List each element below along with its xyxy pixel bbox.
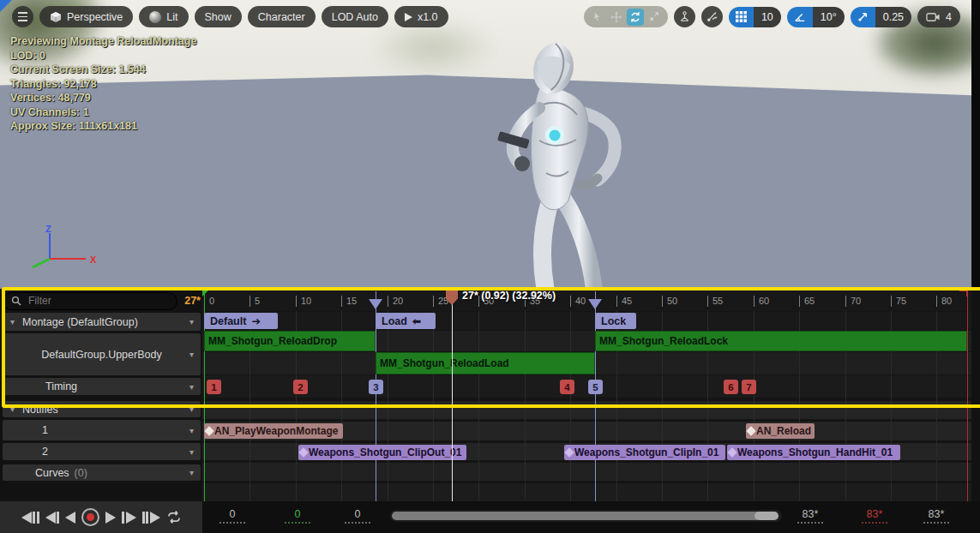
loop-toggle-button[interactable] [166,511,182,524]
timing-marker-number: 5 [592,382,598,392]
notify-an-reload[interactable]: AN_Reload [746,423,815,439]
notify-an-playweaponmontage[interactable]: AN_PlayWeaponMontage [204,423,343,439]
transform-tools-group [584,6,668,27]
grid-snap-value[interactable]: 10 [754,7,781,27]
rotate-tool-button[interactable] [627,9,644,26]
scrollbar-thumb[interactable] [392,512,761,520]
show-label: Show [205,11,231,23]
timeline-scrollbar[interactable] [390,510,782,522]
sidebar-row-notifies[interactable]: ▾ Notifies ▾ [3,401,201,417]
scale-snap-control: 0.25 [851,7,911,27]
expand-caret-icon[interactable]: ▾ [10,404,15,414]
range-end-spinbox[interactable]: 83* [923,508,949,524]
segment-reload-drop[interactable]: MM_Shotgun_ReloadDrop [204,331,376,351]
notify-clipout[interactable]: Weapons_Shotgun_ClipOut_01 [298,445,466,460]
camera-icon [926,12,941,22]
timeline-area[interactable]: 0 5 10 15 20 25 30 35 40 45 50 55 60 65 … [202,289,971,501]
step-backward-button[interactable] [45,512,60,524]
rotation-snap-value[interactable]: 10° [813,7,845,27]
section-handle[interactable] [369,299,382,309]
timing-marker-3[interactable]: 3 [369,380,383,394]
segment-reload-load[interactable]: MM_Shotgun_ReloadLoad [376,352,595,374]
current-end-spinbox[interactable]: 83* [862,508,887,524]
view-start-spinbox[interactable]: 0 [345,508,370,524]
range-start-spinbox[interactable]: 0 [219,508,245,524]
section-default[interactable]: Default ➔ [204,313,278,329]
show-menu-button[interactable]: Show [195,6,242,27]
ruler-tick: 5 [250,296,260,307]
record-button[interactable] [81,508,99,526]
step-forward-button[interactable] [122,512,136,524]
viewport-menu-button[interactable] [12,6,33,27]
select-tool-button[interactable] [589,9,606,26]
arrow-right-icon: ➔ [251,314,260,327]
coordinate-space-button[interactable] [674,6,695,27]
expand-caret-icon[interactable]: ▾ [10,317,15,326]
sidebar-row-curves[interactable]: Curves (0) ▾ [3,464,201,481]
grid-icon [736,11,747,22]
playback-speed-button[interactable]: x1.0 [394,6,448,27]
notify-clipin[interactable]: Weapons_Shotgun_ClipIn_01 [564,445,725,460]
notify-label: Weapons_Shotgun_ClipIn_01 [574,446,718,458]
chevron-down-icon[interactable]: ▾ [189,382,194,392]
scale-snap-toggle[interactable] [851,7,875,27]
snap-sockets-button[interactable] [701,6,723,27]
character-menu-button[interactable]: Character [248,6,316,27]
sidebar-row-montage-group[interactable]: ▾ Montage (DefaultGroup) ▾ [3,313,201,331]
scale-tool-button[interactable] [646,9,663,26]
timing-marker-1[interactable]: 1 [207,380,221,394]
segment-reload-lock[interactable]: MM_Shotgun_ReloadLock [595,331,967,351]
play-forward-button[interactable] [105,512,116,524]
sidebar-row-slot[interactable]: DefaultGroup.UpperBody ▾ [3,333,201,375]
playback-controls [0,501,202,533]
section-load[interactable]: Load ⬅ [376,313,436,329]
scale-snap-value[interactable]: 0.25 [875,7,911,27]
notify-diamond-icon [746,426,755,435]
sidebar-row-timing[interactable]: Timing ▾ [3,378,201,395]
chevron-down-icon[interactable]: ▾ [189,426,194,435]
lod-auto-button[interactable]: LOD Auto [322,6,388,27]
section-lock[interactable]: Lock [595,313,636,329]
go-to-end-button[interactable] [142,512,160,524]
filter-search-box[interactable] [3,292,177,310]
view-end-spinbox[interactable]: 83* [797,508,823,524]
lit-mode-button[interactable]: Lit [139,6,188,27]
play-reverse-button[interactable] [65,512,75,524]
timing-marker-5[interactable]: 5 [588,380,603,394]
go-to-start-button[interactable] [21,512,39,524]
lod-label: LOD Auto [332,11,378,23]
notify-label: Weapons_Shotgun_ClipOut_01 [309,446,461,458]
scale-arrow-icon [857,11,869,22]
slot-label: DefaultGroup.UpperBody [41,349,161,361]
grid-snap-toggle[interactable] [729,7,754,27]
notify-handhit[interactable]: Weapons_Shotgun_HandHit_01 [727,445,900,460]
chevron-down-icon[interactable]: ▾ [189,350,194,359]
viewport-3d[interactable]: Previewing Montage ReloadMontage LOD: 0 … [0,0,971,289]
current-frame-spinbox[interactable]: 0 [285,508,310,524]
timing-marker-7[interactable]: 7 [742,380,756,394]
timing-marker-2[interactable]: 2 [293,380,308,394]
stats-triangles: Triangles: 92,178 [10,77,196,92]
socket-branch-icon [706,10,718,23]
preview-character-mannequin [467,36,639,289]
transport-bar: 0 0 0 83* 83* 83* [0,501,980,533]
perspective-button[interactable]: Perspective [39,6,133,27]
timing-marker-number: 4 [564,382,569,392]
sidebar-row-notify-track-2[interactable]: 2 ▾ [3,443,201,460]
timing-marker-4[interactable]: 4 [560,380,574,394]
chevron-down-icon[interactable]: ▾ [189,468,194,477]
ruler-tick: 45 [616,296,632,307]
scrollbar-thumb-end[interactable] [755,512,779,520]
chevron-down-icon[interactable]: ▾ [189,317,194,326]
stats-lod: LOD: 0 [10,49,196,63]
filter-input[interactable] [27,294,150,308]
section-handle[interactable] [588,299,602,309]
chevron-down-icon[interactable]: ▾ [189,404,194,414]
notify-diamond-icon [204,426,213,435]
sidebar-row-notify-track-1[interactable]: 1 ▾ [3,420,201,440]
camera-speed-control[interactable]: 4 [917,6,960,27]
timing-marker-6[interactable]: 6 [724,380,738,394]
move-tool-button[interactable] [608,9,625,26]
chevron-down-icon[interactable]: ▾ [189,447,194,457]
rotation-snap-toggle[interactable] [787,7,813,27]
